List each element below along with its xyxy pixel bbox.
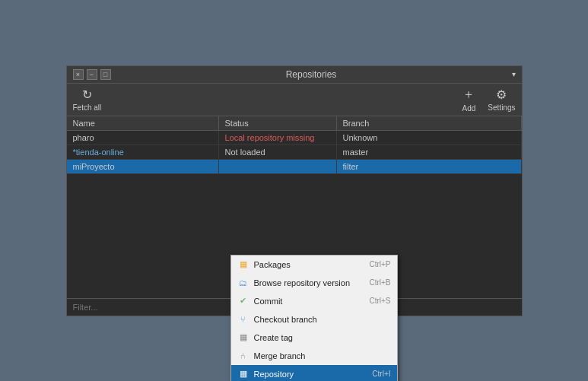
packages-icon: ▦	[237, 259, 250, 271]
row-branch: filter	[337, 160, 522, 173]
window-title: Repositories	[111, 69, 512, 80]
toolbar: ↻ Fetch all ＋ Add ⚙ Settings	[67, 84, 522, 116]
menu-label: Repository	[254, 370, 294, 379]
menu-shortcut: Ctrl+S	[369, 297, 390, 305]
menu-shortcut: Ctrl+B	[369, 278, 390, 287]
row-status	[219, 160, 337, 173]
gear-icon: ⚙	[496, 87, 507, 102]
merge-icon: ⑃	[237, 350, 250, 362]
row-branch: master	[337, 145, 522, 159]
menu-label: Commit	[254, 297, 283, 306]
checkout-icon: ⑂	[237, 313, 250, 325]
window-controls: × − □	[73, 69, 111, 80]
minimize-button[interactable]: −	[87, 69, 97, 80]
col-header-status: Status	[219, 116, 337, 130]
add-button[interactable]: ＋ Add	[462, 87, 476, 113]
add-icon: ＋	[462, 87, 475, 103]
table-row-selected[interactable]: miProyecto filter	[67, 160, 522, 174]
row-status: Not loaded	[219, 145, 337, 159]
menu-shortcut: Ctrl+I	[372, 370, 390, 378]
commit-icon: ✔	[237, 295, 250, 307]
menu-shortcut: Ctrl+P	[369, 260, 390, 268]
col-header-name: Name	[67, 116, 219, 130]
row-branch: Unknown	[337, 131, 522, 144]
title-bar: × − □ Repositories ▾	[67, 66, 522, 84]
table-header: Name Status Branch	[67, 116, 522, 131]
close-button[interactable]: ×	[73, 69, 84, 80]
add-label: Add	[462, 104, 476, 113]
menu-item-packages[interactable]: ▦ Packages Ctrl+P	[231, 256, 397, 274]
menu-label: Packages	[254, 260, 291, 269]
table-row[interactable]: *tienda-online Not loaded master	[67, 145, 522, 160]
fetch-icon: ↻	[82, 87, 92, 102]
menu-label: Checkout branch	[254, 315, 317, 324]
row-name: pharo	[67, 131, 219, 144]
menu-label: Create tag	[254, 333, 293, 342]
col-header-branch: Branch	[337, 116, 522, 130]
settings-label: Settings	[488, 103, 515, 112]
repo-icon: ▦	[237, 368, 250, 380]
repositories-window: × − □ Repositories ▾ ↻ Fetch all ＋ Add ⚙…	[66, 65, 523, 316]
table-row[interactable]: pharo Local repository missing Unknown	[67, 131, 522, 145]
table-body: pharo Local repository missing Unknown *…	[67, 131, 522, 298]
menu-label: Merge branch	[254, 351, 306, 360]
settings-button[interactable]: ⚙ Settings	[488, 87, 515, 112]
fetch-all-button[interactable]: ↻ Fetch all	[73, 87, 102, 112]
row-name: miProyecto	[67, 160, 219, 173]
fetch-label: Fetch all	[73, 103, 102, 112]
context-menu: ▦ Packages Ctrl+P 🗂 Browse repository ve…	[230, 255, 398, 382]
menu-item-browse[interactable]: 🗂 Browse repository version Ctrl+B	[231, 274, 397, 292]
browse-icon: 🗂	[237, 277, 250, 289]
row-name: *tienda-online	[67, 145, 219, 159]
title-arrow-icon: ▾	[512, 70, 516, 78]
menu-item-repository[interactable]: ▦ Repository Ctrl+I	[231, 365, 397, 382]
menu-item-checkout[interactable]: ⑂ Checkout branch	[231, 310, 397, 329]
tag-icon: ▦	[237, 332, 250, 344]
menu-item-merge[interactable]: ⑃ Merge branch	[231, 347, 397, 365]
row-status: Local repository missing	[219, 131, 337, 144]
menu-item-commit[interactable]: ✔ Commit Ctrl+S	[231, 292, 397, 310]
menu-label: Browse repository version	[254, 278, 351, 287]
menu-item-create-tag[interactable]: ▦ Create tag	[231, 329, 397, 347]
maximize-button[interactable]: □	[100, 69, 111, 80]
